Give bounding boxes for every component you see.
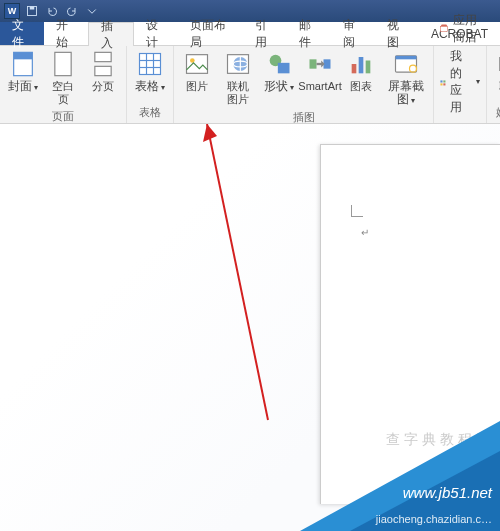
page-break-button[interactable]: 分页 [84, 48, 122, 108]
screenshot-button[interactable]: 屏幕截图▾ [382, 48, 429, 109]
online-video-button[interactable]: 联机 [491, 48, 500, 104]
online-picture-button[interactable]: 联机图片 [218, 48, 258, 109]
page-break-icon [89, 50, 117, 78]
table-label: 表格 [135, 79, 159, 93]
group-apps: 应用商店 我的应用▾ 应用程序 [434, 46, 487, 123]
svg-rect-23 [359, 57, 364, 73]
group-tables: 表格▾ 表格 [127, 46, 174, 123]
svg-rect-6 [95, 66, 111, 75]
myapps-icon [440, 75, 446, 89]
svg-rect-20 [310, 59, 317, 68]
online-picture-icon [224, 50, 252, 78]
app-store-label: 应用商店 [453, 12, 481, 46]
svg-rect-29 [441, 80, 443, 82]
tab-view[interactable]: 视图 [375, 22, 419, 45]
table-icon [136, 50, 164, 78]
corner-sub: jiaocheng.chazidian.c… [376, 513, 492, 525]
svg-rect-26 [395, 56, 416, 60]
tab-home[interactable]: 开始 [44, 22, 88, 45]
shapes-label: 形状 [264, 79, 288, 93]
svg-rect-7 [140, 54, 161, 75]
picture-icon [183, 50, 211, 78]
svg-rect-22 [352, 64, 357, 73]
blank-page-button[interactable]: 空白页 [44, 48, 82, 108]
svg-rect-31 [441, 83, 443, 85]
screenshot-label: 屏幕截图 [388, 79, 424, 106]
svg-rect-30 [444, 80, 446, 82]
group-pages-label: 页面 [4, 108, 122, 125]
table-button[interactable]: 表格▾ [131, 48, 169, 104]
chart-label: 图表 [350, 80, 372, 93]
tab-file[interactable]: 文件 [0, 22, 44, 45]
svg-rect-24 [366, 61, 371, 74]
group-media-label: 媒 [491, 104, 500, 121]
picture-button[interactable]: 图片 [178, 48, 216, 109]
store-icon [440, 22, 448, 36]
video-icon [496, 50, 500, 78]
svg-rect-5 [95, 52, 111, 61]
chart-button[interactable]: 图表 [342, 48, 380, 109]
blank-page-icon [49, 50, 77, 78]
cover-page-button[interactable]: 封面▾ [4, 48, 42, 108]
my-apps-button[interactable]: 我的应用▾ [440, 48, 480, 116]
tab-insert[interactable]: 插入 [88, 22, 134, 46]
qat-customize-icon[interactable] [84, 3, 100, 19]
page-break-label: 分页 [92, 80, 114, 93]
group-pages: 封面▾ 空白页 分页 页面 [0, 46, 127, 123]
svg-rect-28 [441, 27, 448, 32]
cover-page-label: 封面 [8, 79, 32, 93]
tab-review[interactable]: 审阅 [331, 22, 375, 45]
group-illustrations: 图片 联机图片 形状▾ SmartArt 图表 屏幕截图▾ [174, 46, 434, 123]
picture-label: 图片 [186, 80, 208, 93]
tab-design[interactable]: 设计 [134, 22, 178, 45]
corner-url: www.jb51.net [403, 484, 492, 501]
shapes-icon [265, 50, 293, 78]
svg-rect-4 [55, 52, 71, 75]
svg-rect-3 [14, 52, 33, 59]
group-media: 联机 媒 [487, 46, 500, 123]
smartart-label: SmartArt [298, 80, 341, 93]
svg-rect-1 [30, 7, 35, 10]
margin-marker [351, 205, 363, 217]
group-tables-label: 表格 [131, 104, 169, 121]
corner-badge: www.jb51.net jiaocheng.chazidian.c… [300, 421, 500, 531]
paragraph-mark: ↵ [361, 227, 369, 238]
cover-page-icon [9, 50, 37, 78]
chart-icon [347, 50, 375, 78]
tab-mailings[interactable]: 邮件 [287, 22, 331, 45]
svg-rect-32 [444, 83, 446, 85]
blank-page-label: 空白页 [48, 80, 78, 106]
tab-references[interactable]: 引用 [243, 22, 287, 45]
tab-layout[interactable]: 页面布局 [178, 22, 242, 45]
ribbon: 封面▾ 空白页 分页 页面 表格▾ 表格 图片 [0, 46, 500, 124]
ribbon-tabs: 文件 开始 插入 设计 页面布局 引用 邮件 审阅 视图 ACROBAT [0, 22, 500, 46]
svg-point-13 [190, 58, 195, 63]
app-store-button[interactable]: 应用商店 [440, 12, 480, 46]
svg-rect-19 [278, 63, 290, 74]
smartart-icon [306, 50, 334, 78]
svg-rect-12 [187, 55, 208, 74]
online-picture-label: 联机图片 [222, 80, 254, 106]
screenshot-icon [392, 50, 420, 78]
my-apps-label: 我的应用 [450, 48, 470, 116]
shapes-button[interactable]: 形状▾ [260, 48, 298, 109]
smartart-button[interactable]: SmartArt [300, 48, 340, 109]
